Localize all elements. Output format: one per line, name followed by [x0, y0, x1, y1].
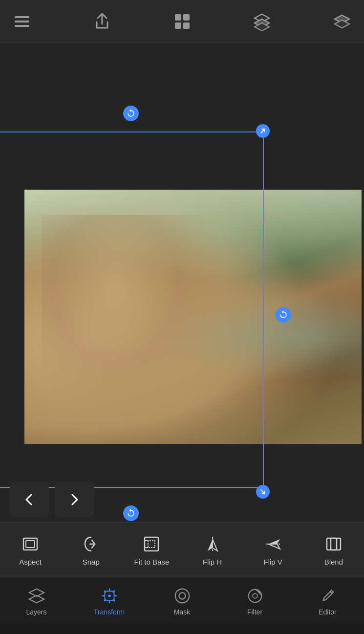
svg-rect-14 [145, 537, 158, 551]
fit-to-base-label: Fit to Base [134, 558, 170, 566]
snap-tool[interactable]: Snap [66, 534, 115, 566]
svg-rect-1 [15, 21, 29, 22]
svg-point-25 [175, 589, 189, 603]
svg-point-23 [108, 594, 111, 597]
prev-button[interactable] [10, 482, 49, 517]
flip-h-label: Flip H [203, 558, 222, 566]
svg-rect-3 [175, 14, 181, 21]
svg-rect-0 [15, 16, 29, 18]
next-button[interactable] [55, 482, 94, 517]
flip-v-tool[interactable]: Flip V [249, 534, 298, 566]
rotate-handle-mid[interactable] [276, 307, 291, 323]
svg-marker-11 [335, 20, 349, 28]
svg-rect-2 [15, 25, 29, 27]
bottom-nav: Layers Transform Mask Filter [0, 578, 364, 624]
rotate-handle-bottom[interactable] [123, 505, 139, 521]
rotate-handle-top[interactable] [123, 106, 139, 121]
corner-handle-bottom-right[interactable] [256, 485, 270, 499]
svg-rect-5 [175, 22, 181, 29]
svg-point-28 [253, 593, 257, 598]
svg-rect-4 [183, 14, 190, 21]
list-icon[interactable] [10, 9, 34, 34]
horizontal-line-top [0, 131, 264, 132]
blend-tool[interactable]: Blend [309, 534, 358, 566]
svg-marker-16 [213, 539, 217, 551]
share-icon[interactable] [90, 9, 114, 34]
nav-item-transform[interactable]: Transform [75, 587, 144, 616]
svg-rect-19 [327, 538, 337, 550]
layers-nav-label: Layers [26, 608, 46, 616]
layers-back-icon[interactable] [330, 9, 354, 34]
blend-label: Blend [324, 558, 343, 566]
svg-marker-17 [268, 539, 280, 544]
nav-arrows [10, 482, 94, 517]
layers-front-icon[interactable] [250, 9, 274, 34]
filter-nav-label: Filter [247, 608, 262, 616]
svg-marker-18 [268, 544, 280, 549]
svg-rect-20 [331, 538, 341, 550]
svg-marker-15 [208, 539, 213, 551]
mask-nav-label: Mask [174, 608, 190, 616]
girl-photo [24, 190, 362, 444]
nav-item-filter[interactable]: Filter [221, 587, 289, 616]
fit-to-base-tool[interactable]: Fit to Base [127, 534, 176, 566]
svg-point-26 [179, 592, 185, 599]
svg-rect-6 [183, 22, 190, 29]
flip-v-label: Flip V [264, 558, 282, 566]
transform-nav-label: Transform [94, 608, 125, 616]
vertical-line [263, 126, 264, 493]
editor-nav-label: Editor [319, 608, 337, 616]
nav-item-layers[interactable]: Layers [2, 587, 71, 616]
aspect-tool[interactable]: Aspect [6, 534, 55, 566]
nav-item-mask[interactable]: Mask [148, 587, 216, 616]
corner-handle-top-right[interactable] [256, 124, 270, 138]
flip-h-tool[interactable]: Flip H [188, 534, 237, 566]
photo-layer [24, 190, 362, 444]
aspect-label: Aspect [19, 558, 42, 566]
top-toolbar [0, 0, 364, 43]
bottom-toolbar: Aspect Snap Fit to Base Flip H [0, 522, 364, 578]
grid-icon[interactable] [170, 9, 194, 34]
nav-item-editor[interactable]: Editor [294, 587, 362, 616]
canvas-area[interactable] [0, 43, 364, 522]
snap-label: Snap [83, 558, 100, 566]
svg-rect-13 [26, 541, 35, 547]
